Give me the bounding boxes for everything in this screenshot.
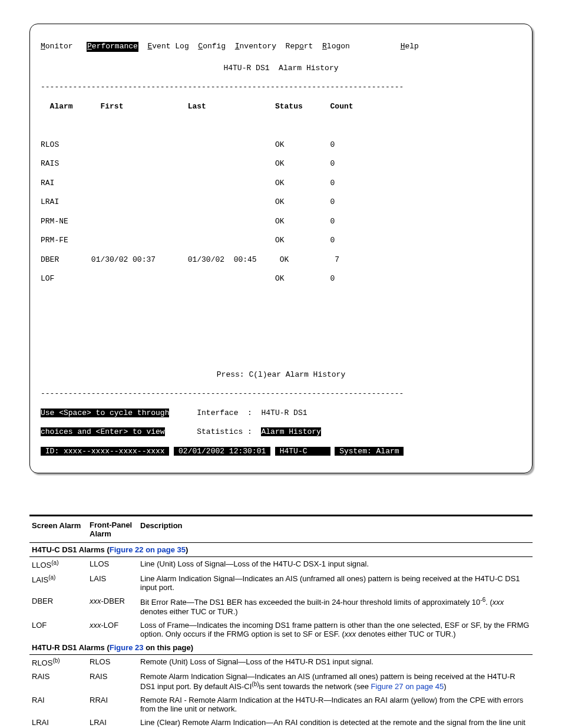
table-row: LAIS(a) LAIS Line Alarm Indication Signa… <box>29 572 533 594</box>
terminal-status-bar: ID: xxxx--xxxx--xxxx--xxxx 02/01/2002 12… <box>41 447 521 456</box>
terminal-header-row: Alarm First Last Status Count <box>41 102 521 111</box>
table-row: RLOS(b) RLOS Remote (Unit) Loss of Signa… <box>29 654 533 670</box>
link-figure-23[interactable]: Figure 23 <box>110 643 144 652</box>
th-screen-alarm: Screen Alarm <box>29 518 87 542</box>
terminal-blank <box>41 294 521 303</box>
terminal-screen: Monitor Performance Event Log Config Inv… <box>29 24 533 473</box>
alarm-row: PRM-FE OK 0 <box>41 236 521 245</box>
alarm-row: RAI OK 0 <box>41 179 521 188</box>
table-row: DBER xxx-DBER Bit Error Rate—The DS1 BER… <box>29 594 533 618</box>
terminal-divider: ----------------------------------------… <box>41 83 521 92</box>
terminal-hint-row: Use <Space> to cycle through Interface :… <box>41 409 521 418</box>
terminal-hint-row: choices and <Enter> to view Statistics :… <box>41 427 521 437</box>
th-description: Description <box>138 518 533 542</box>
alarm-row: LOF OK 0 <box>41 274 521 284</box>
terminal-blank <box>41 332 521 341</box>
alarm-row: PRM-NE OK 0 <box>41 217 521 226</box>
th-front-panel: Front-PanelAlarm <box>87 518 138 542</box>
alarm-row: RAIS OK 0 <box>41 159 521 169</box>
terminal-title: H4TU-R DS1 Alarm History <box>41 64 521 73</box>
alarm-row: DBER 01/30/02 00:37 01/30/02 00:45 OK 7 <box>41 255 521 265</box>
terminal-blank <box>41 121 521 130</box>
terminal-blank <box>41 312 521 322</box>
table-row: LRAI LRAI Line (Clear) Remote Alarm Indi… <box>29 716 533 728</box>
table-row: LLOS(a) LLOS Line (Unit) Loss of Signal—… <box>29 557 533 572</box>
table-top-rule <box>29 515 533 516</box>
alarms-table: Screen Alarm Front-PanelAlarm Descriptio… <box>29 518 533 728</box>
table-row: RAIS RAIS Remote Alarm Indication Signal… <box>29 670 533 693</box>
link-figure-22[interactable]: Figure 22 on page 35 <box>110 545 186 554</box>
terminal-press-line: Press: C(l)ear Alarm History <box>41 370 521 380</box>
alarm-row: RLOS OK 0 <box>41 140 521 150</box>
table-row: LOF xxx-LOF Loss of Frame—Indicates the … <box>29 618 533 641</box>
table-row: RAI RRAI Remote RAI - Remote Alarm Indic… <box>29 693 533 716</box>
section-h4tur: H4TU-R DS1 Alarms (Figure 23 on this pag… <box>29 641 533 655</box>
terminal-divider: ----------------------------------------… <box>41 389 521 398</box>
terminal-menu: Monitor Performance Event Log Config Inv… <box>41 42 521 51</box>
link-figure-27[interactable]: Figure 27 on page 45 <box>371 682 444 691</box>
section-h4tuc: H4TU-C DS1 Alarms (Figure 22 on page 35) <box>29 543 533 557</box>
terminal-blank <box>41 351 521 360</box>
alarm-row: LRAI OK 0 <box>41 197 521 207</box>
